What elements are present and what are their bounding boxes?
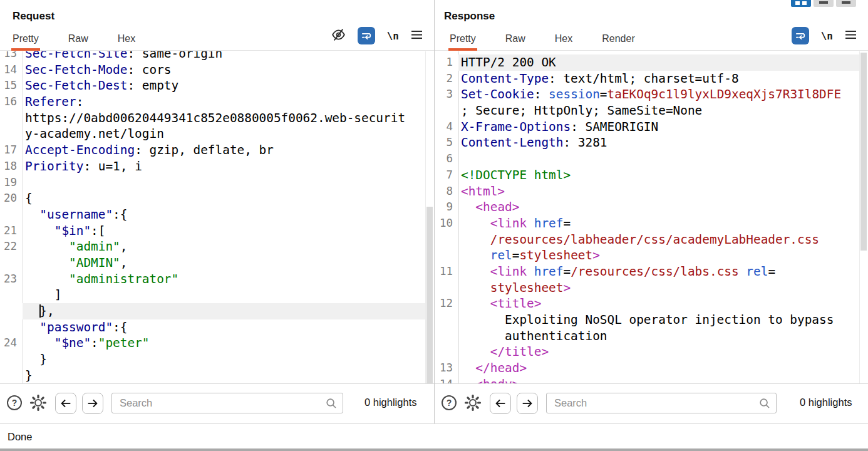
code-row[interactable]: authentication — [435, 328, 859, 345]
code-row[interactable]: 12 <title> — [435, 296, 859, 312]
code-row[interactable]: 14 <body> — [435, 376, 859, 383]
code-row[interactable]: 15Sec-Fetch-Dest: empty — [0, 78, 425, 94]
code-row[interactable]: 18Priority: u=1, i — [0, 158, 425, 175]
code-row[interactable]: ; Secure; HttpOnly; SameSite=None — [435, 103, 859, 119]
menu-icon[interactable] — [411, 29, 423, 43]
line-number — [435, 280, 458, 296]
next-match-button[interactable] — [517, 393, 538, 414]
next-match-button[interactable] — [82, 393, 103, 414]
code-row[interactable]: 14Sec-Fetch-Mode: cors — [0, 62, 425, 78]
line-number — [0, 368, 23, 383]
previous-match-button[interactable] — [55, 393, 76, 414]
line-number: 15 — [0, 78, 23, 94]
response-tab-raw[interactable]: Raw — [505, 33, 525, 50]
code-row[interactable]: rel=stylesheet> — [435, 247, 859, 264]
request-header-icons: \n — [331, 27, 423, 44]
code-row[interactable]: 5Content-Length: 3281 — [435, 135, 859, 151]
settings-gear-icon[interactable] — [29, 393, 48, 415]
split-rows-layout-icon[interactable] — [814, 0, 834, 7]
previous-match-button[interactable] — [490, 393, 511, 414]
eye-off-icon[interactable] — [331, 28, 346, 44]
code-row[interactable]: 9 <head> — [435, 199, 859, 215]
request-scrollbar[interactable] — [425, 51, 433, 383]
response-pane: Response Pretty Raw Hex Render \n — [435, 0, 868, 423]
response-tab-render[interactable]: Render — [602, 33, 634, 50]
response-tab-pretty[interactable]: Pretty — [450, 33, 476, 50]
line-number — [0, 287, 23, 303]
line-number: 9 — [435, 199, 458, 215]
request-tab-raw[interactable]: Raw — [68, 33, 88, 50]
code-row[interactable]: 11 <link href=/resources/css/labs.css re… — [435, 264, 859, 280]
code-row[interactable]: 4X-Frame-Options: SAMEORIGIN — [435, 119, 859, 135]
code-row[interactable]: y-academy.net/login — [0, 126, 425, 142]
request-tab-pretty[interactable]: Pretty — [13, 33, 39, 50]
code-row[interactable]: 13 </head> — [435, 360, 859, 376]
menu-icon[interactable] — [845, 29, 857, 43]
request-editor[interactable]: 13Sec-Fetch-Site: same-origin14Sec-Fetch… — [0, 51, 434, 383]
code-row[interactable]: https://0abd00620449341c852e0880005f0062… — [0, 110, 425, 127]
split-columns-layout-icon[interactable] — [791, 0, 811, 7]
line-number: 13 — [435, 360, 458, 376]
request-search-bar: ? — [0, 383, 434, 423]
line-number — [435, 312, 458, 328]
search-icon — [325, 397, 338, 412]
code-row[interactable]: 6 — [435, 151, 859, 167]
code-row[interactable]: 21 "$in":[ — [0, 223, 425, 239]
help-icon[interactable]: ? — [441, 395, 457, 413]
line-number — [0, 110, 23, 127]
code-row[interactable]: "password":{ — [0, 319, 425, 336]
search-input[interactable] — [547, 393, 776, 413]
code-row[interactable]: "ADMIN", — [0, 255, 425, 271]
line-number — [435, 344, 458, 360]
help-icon[interactable]: ? — [6, 395, 23, 413]
highlights-count: 0 highlights — [364, 397, 416, 408]
code-row[interactable]: 10 <link href= — [435, 215, 859, 232]
code-row[interactable]: 8<html> — [435, 184, 859, 200]
word-wrap-icon[interactable] — [358, 27, 375, 44]
line-number: 12 — [435, 296, 458, 312]
request-header: Request Pretty Raw Hex — [0, 0, 434, 51]
code-row[interactable]: 16Referer: — [0, 94, 425, 110]
response-header-icons: \n — [792, 27, 857, 44]
code-row[interactable]: 23 "administrator" — [0, 271, 425, 288]
newline-icon[interactable]: \n — [821, 30, 833, 42]
line-number: 23 — [0, 271, 23, 288]
code-row[interactable]: 19 — [0, 175, 425, 191]
code-row[interactable]: Exploiting NoSQL operator injection to b… — [435, 312, 859, 328]
code-row[interactable]: 24 "$ne":"peter" — [0, 335, 425, 351]
word-wrap-icon[interactable] — [792, 27, 809, 44]
line-number: 8 — [435, 184, 458, 200]
highlights-count: 0 highlights — [800, 397, 852, 408]
code-row[interactable]: } — [0, 368, 425, 383]
response-tab-hex[interactable]: Hex — [555, 33, 572, 50]
settings-gear-icon[interactable] — [463, 393, 482, 415]
line-number — [435, 328, 458, 345]
code-row[interactable]: /resources/labheader/css/academyLabHeade… — [435, 232, 859, 248]
code-row[interactable]: stylesheet> — [435, 280, 859, 296]
code-row[interactable]: 20{ — [0, 190, 425, 207]
search-input[interactable] — [112, 393, 343, 413]
code-row[interactable]: 2Content-Type: text/html; charset=utf-8 — [435, 71, 859, 87]
code-row[interactable]: "username":{ — [0, 207, 425, 223]
code-row[interactable]: }, — [0, 303, 425, 319]
code-row[interactable]: } — [0, 351, 425, 368]
response-editor[interactable]: 1HTTP/2 200 OK2Content-Type: text/html; … — [435, 51, 868, 383]
line-number: 5 — [435, 135, 458, 151]
line-number: 21 — [0, 223, 23, 239]
code-row[interactable]: 13Sec-Fetch-Site: same-origin — [0, 51, 425, 62]
code-row[interactable]: ] — [0, 287, 425, 303]
code-row[interactable]: 7<!DOCTYPE html> — [435, 167, 859, 184]
response-scrollbar[interactable] — [859, 51, 867, 383]
newline-icon[interactable]: \n — [387, 30, 399, 42]
code-row[interactable]: 22 "admin", — [0, 239, 425, 255]
scrollbar-thumb[interactable] — [426, 207, 433, 383]
code-row[interactable]: 1HTTP/2 200 OK — [435, 54, 859, 71]
code-row[interactable]: 3Set-Cookie: session=taEKOq9c1l9lyxLD9xe… — [435, 86, 859, 103]
request-pane: Request Pretty Raw Hex — [0, 0, 434, 423]
scrollbar-thumb[interactable] — [860, 53, 867, 251]
request-tab-hex[interactable]: Hex — [118, 33, 135, 50]
maximized-layout-icon[interactable] — [836, 0, 856, 7]
code-row[interactable]: </title> — [435, 344, 859, 360]
code-row[interactable]: 17Accept-Encoding: gzip, deflate, br — [0, 142, 425, 158]
line-number: 11 — [435, 264, 458, 280]
